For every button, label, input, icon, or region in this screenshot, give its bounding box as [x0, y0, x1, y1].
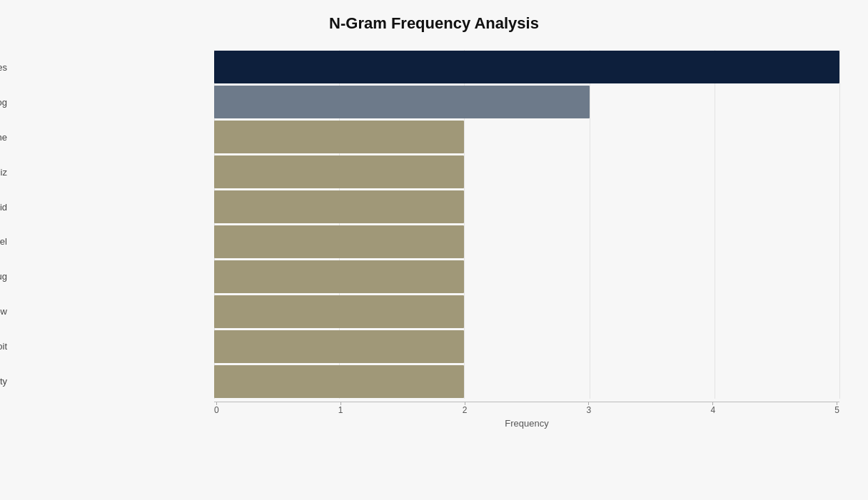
bar-4 [214, 190, 464, 223]
x-tick-label-2: 2 [463, 405, 468, 415]
x-tick-2: 2 [463, 402, 468, 415]
bar-0 [214, 51, 839, 83]
bar-label-8: bug know exploit [0, 341, 7, 352]
x-tick-0: 0 [214, 402, 219, 415]
bar-row: bug know exploit [14, 329, 854, 364]
x-tick-1: 1 [338, 402, 343, 415]
bar-row: cybersecurity infrastructure security [14, 364, 854, 399]
chart-container: N-Gram Frequency Analysis know exploit v… [0, 0, 868, 500]
x-tick-3: 3 [587, 402, 592, 415]
x-tick-label-3: 3 [587, 405, 592, 415]
bar-row: android kernel bug [14, 259, 854, 294]
bar-label-9: cybersecurity infrastructure security [0, 376, 7, 387]
bar-row: apache ofbiz android [14, 190, 854, 225]
bar-row: exploit vulnerabilities catalog [14, 85, 854, 120]
x-tick-4: 4 [710, 402, 715, 415]
x-tick-5: 5 [834, 402, 839, 415]
x-axis: 0 1 2 3 4 [214, 402, 839, 415]
bar-label-0: know exploit vulnerabilities [0, 62, 7, 73]
x-tick-label-4: 4 [710, 405, 715, 415]
chart-title: N-Gram Frequency Analysis [14, 14, 854, 33]
bar-row: kernel bug know [14, 294, 854, 329]
x-axis-label: Frequency [214, 418, 839, 429]
bar-label-7: kernel bug know [0, 306, 7, 317]
bar-9 [214, 365, 464, 398]
bar-row: cisa add apache [14, 120, 854, 155]
bar-3 [214, 155, 464, 188]
x-tick-label-5: 5 [834, 405, 839, 415]
bar-row: ofbiz android kernel [14, 225, 854, 260]
bar-7 [214, 295, 464, 328]
bar-5 [214, 225, 464, 258]
x-tick-label-1: 1 [338, 405, 343, 415]
bar-2 [214, 121, 464, 153]
bar-row: know exploit vulnerabilities [14, 50, 854, 85]
bar-label-2: cisa add apache [0, 132, 7, 143]
bar-label-6: android kernel bug [0, 271, 7, 282]
bar-label-4: apache ofbiz android [0, 202, 7, 213]
bar-8 [214, 330, 464, 363]
bar-row: add apache ofbiz [14, 155, 854, 190]
bar-label-1: exploit vulnerabilities catalog [0, 97, 7, 108]
bar-label-3: add apache ofbiz [0, 167, 7, 178]
x-tick-label-0: 0 [214, 405, 219, 415]
bar-6 [214, 260, 464, 293]
bar-label-5: ofbiz android kernel [0, 236, 7, 247]
bar-1 [214, 86, 590, 118]
chart-area: know exploit vulnerabilities exploit vul… [14, 50, 854, 429]
x-ticks: 0 1 2 3 4 [214, 402, 839, 415]
